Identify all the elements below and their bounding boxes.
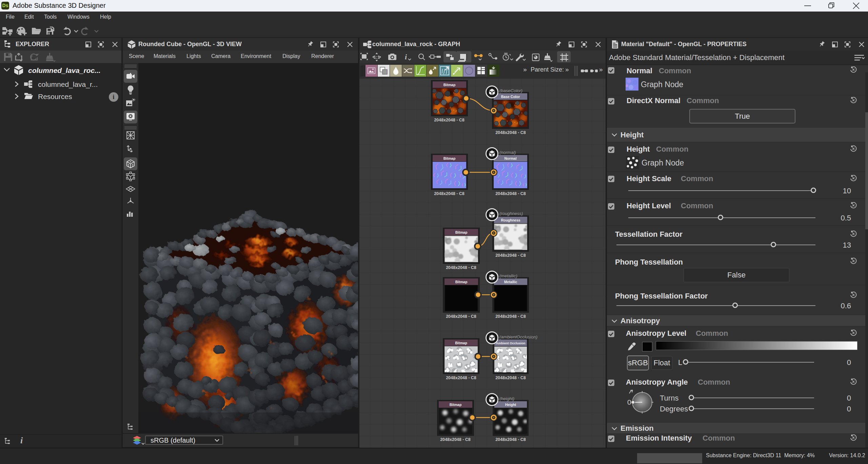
svg-text:(normal): (normal) xyxy=(499,150,516,155)
svg-text:Bitmap: Bitmap xyxy=(450,403,462,407)
svg-text:Normal: Normal xyxy=(504,156,516,160)
svg-text:Height: Height xyxy=(505,403,516,407)
svg-text:2048x2048 - C8: 2048x2048 - C8 xyxy=(446,265,476,270)
svg-text:Bitmap: Bitmap xyxy=(443,156,456,160)
svg-text:2048x2048 - C8: 2048x2048 - C8 xyxy=(434,118,465,122)
svg-text:2048x2048 - C8: 2048x2048 - C8 xyxy=(440,437,471,442)
svg-text:(ambientOcclusion): (ambientOcclusion) xyxy=(499,334,537,340)
svg-text:2048x2048 - C8: 2048x2048 - C8 xyxy=(446,375,476,380)
svg-text:Bitmap: Bitmap xyxy=(455,280,468,284)
svg-text:(roughness): (roughness) xyxy=(499,211,523,216)
svg-text:2048x2048 - C8: 2048x2048 - C8 xyxy=(495,253,526,258)
svg-text:(height): (height) xyxy=(499,396,514,401)
svg-text:2048x2048 - C8: 2048x2048 - C8 xyxy=(495,437,526,442)
svg-text:i: i xyxy=(405,53,407,61)
svg-text:2048x2048 - C8: 2048x2048 - C8 xyxy=(495,314,526,319)
svg-text:Ambient Occlusion: Ambient Occlusion xyxy=(496,341,526,345)
svg-text:0: 0 xyxy=(627,398,631,406)
svg-text:Metallic: Metallic xyxy=(504,280,517,284)
svg-text:2048x2048 - C8: 2048x2048 - C8 xyxy=(446,314,476,319)
svg-text:2048x2048 - C8: 2048x2048 - C8 xyxy=(434,191,465,196)
svg-text:Bitmap: Bitmap xyxy=(455,341,467,345)
svg-text:2048x2048 - C8: 2048x2048 - C8 xyxy=(495,375,526,380)
svg-text:2048x2048 - C8: 2048x2048 - C8 xyxy=(495,191,526,196)
svg-text:Roughness: Roughness xyxy=(501,218,520,222)
svg-text:Bitmap: Bitmap xyxy=(455,230,468,234)
svg-text:(baseColor): (baseColor) xyxy=(499,88,522,93)
svg-text:Bitmap: Bitmap xyxy=(443,83,456,87)
svg-text:1:1: 1:1 xyxy=(374,55,380,60)
svg-text:(metallic): (metallic) xyxy=(499,273,517,278)
svg-text:2048x2048 - C8: 2048x2048 - C8 xyxy=(495,130,526,135)
svg-text:Base Color: Base Color xyxy=(501,95,520,99)
